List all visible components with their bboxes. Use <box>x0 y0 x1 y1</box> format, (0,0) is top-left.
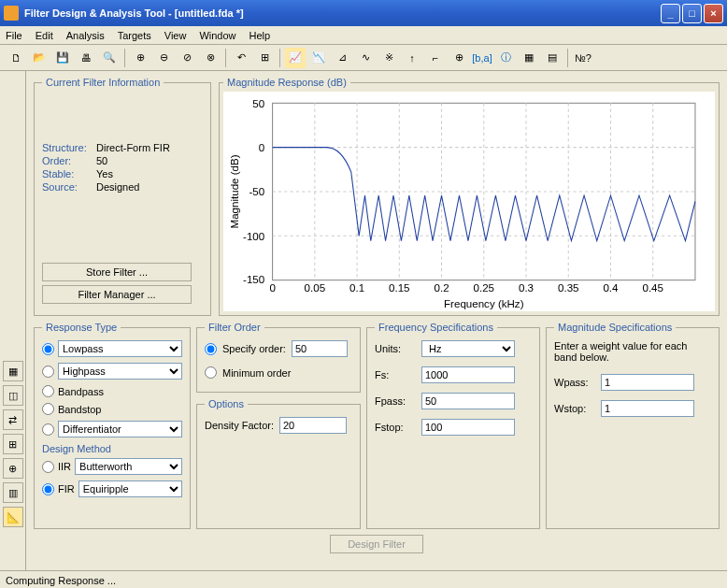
coef-icon[interactable]: [b,a] <box>472 48 492 68</box>
svg-text:0.1: 0.1 <box>349 282 364 294</box>
menu-window[interactable]: Window <box>199 30 235 41</box>
filter-spec-icon[interactable]: ⊞ <box>254 48 275 68</box>
iir-radio[interactable] <box>42 461 54 473</box>
source-label: Source: <box>42 181 96 193</box>
menu-file[interactable]: File <box>6 30 22 41</box>
minimize-button[interactable]: _ <box>661 4 680 23</box>
lowpass-radio[interactable] <box>42 343 54 355</box>
fstop-input[interactable] <box>421 419 515 436</box>
zoom-in-icon[interactable]: ⊕ <box>130 48 150 68</box>
statusbar: Computing Response ... <box>0 570 727 588</box>
highpass-radio[interactable] <box>42 366 54 378</box>
titlebar: Filter Design & Analysis Tool - [untitle… <box>0 0 727 26</box>
fir-label: FIR <box>58 483 75 495</box>
menu-analysis[interactable]: Analysis <box>66 30 105 41</box>
store-filter-button[interactable]: Store Filter ... <box>42 263 192 281</box>
filter-info-legend: Current Filter Information <box>42 77 164 88</box>
lowpass-select[interactable]: Lowpass <box>58 340 182 357</box>
mag-response-legend: Magnitude Response (dB) <box>223 77 350 88</box>
bandstop-label: Bandstop <box>58 404 101 415</box>
iir-label: IIR <box>58 461 71 472</box>
design-filter-button[interactable]: Design Filter <box>330 535 423 553</box>
filter-manager-button[interactable]: Filter Manager ... <box>42 285 192 304</box>
svg-text:0.45: 0.45 <box>642 282 663 294</box>
bandstop-radio[interactable] <box>42 403 54 415</box>
menu-targets[interactable]: Targets <box>118 30 151 41</box>
units-select[interactable]: Hz <box>421 340 515 357</box>
fir-select[interactable]: Equiripple <box>78 480 182 497</box>
side-btn-2[interactable]: ◫ <box>3 385 23 406</box>
specify-order-radio[interactable] <box>205 343 217 355</box>
minimum-order-radio[interactable] <box>205 366 217 379</box>
side-btn-7[interactable]: 📐 <box>3 507 23 527</box>
side-btn-1[interactable]: ▦ <box>3 361 23 381</box>
differentiator-select[interactable]: Differentiator <box>58 421 182 437</box>
save-icon[interactable]: 💾 <box>52 48 73 68</box>
print-icon[interactable]: 🖶 <box>76 48 96 68</box>
open-icon[interactable]: 📂 <box>29 48 50 68</box>
differentiator-radio[interactable] <box>42 423 54 436</box>
undo-icon[interactable]: ↶ <box>231 48 251 68</box>
new-icon[interactable]: 🗋 <box>6 48 26 68</box>
help-icon[interactable]: №? <box>573 48 593 68</box>
wstop-input[interactable] <box>601 400 694 417</box>
zoom-out-icon[interactable]: ⊖ <box>153 48 174 68</box>
response-type-panel: Response Type Lowpass Highpass Bandpass … <box>34 322 191 529</box>
noise-icon[interactable]: ▦ <box>519 48 539 68</box>
phasedelay-icon[interactable]: ※ <box>378 48 399 68</box>
fpass-input[interactable] <box>421 393 515 409</box>
side-btn-5[interactable]: ⊕ <box>3 458 23 479</box>
magnitude-response-panel: Magnitude Response (dB) <box>219 77 720 316</box>
fs-label: Fs: <box>375 369 421 380</box>
svg-text:0.3: 0.3 <box>519 282 534 294</box>
fpass-label: Fpass: <box>375 395 421 407</box>
mag-spec-legend: Magnitude Specifications <box>554 322 676 333</box>
options-panel: Options Density Factor: <box>196 398 361 529</box>
bandpass-label: Bandpass <box>58 386 104 397</box>
side-btn-4[interactable]: ⊞ <box>3 434 23 454</box>
highpass-select[interactable]: Highpass <box>58 363 182 380</box>
units-label: Units: <box>375 343 421 354</box>
svg-text:0.15: 0.15 <box>389 282 410 294</box>
magnitude-spec-panel: Magnitude Specifications Enter a weight … <box>546 322 720 529</box>
svg-text:0.05: 0.05 <box>305 282 326 294</box>
menu-edit[interactable]: Edit <box>36 30 53 41</box>
response-type-legend: Response Type <box>42 322 121 333</box>
status-text: Computing Response ... <box>6 575 116 586</box>
svg-text:50: 50 <box>252 98 264 109</box>
zoom-reset-icon[interactable]: ⊗ <box>200 48 221 68</box>
density-factor-input[interactable] <box>279 417 347 434</box>
phase-resp-icon[interactable]: 📉 <box>308 48 329 68</box>
maximize-button[interactable]: □ <box>682 4 702 23</box>
svg-text:Magnitude (dB): Magnitude (dB) <box>229 154 240 228</box>
step-icon[interactable]: ⌐ <box>425 48 446 68</box>
menu-help[interactable]: Help <box>249 30 271 41</box>
close-button[interactable]: × <box>704 4 723 23</box>
impulse-icon[interactable]: ↑ <box>402 48 422 68</box>
menubar: File Edit Analysis Targets View Window H… <box>0 26 727 45</box>
menu-view[interactable]: View <box>164 30 187 41</box>
bandpass-radio[interactable] <box>42 385 54 397</box>
density-factor-label: Density Factor: <box>205 420 274 431</box>
svg-text:0.35: 0.35 <box>558 282 579 294</box>
wpass-input[interactable] <box>601 374 694 391</box>
preview-icon[interactable]: 🔍 <box>99 48 120 68</box>
svg-text:-100: -100 <box>243 231 264 242</box>
groupdelay-icon[interactable]: ∿ <box>355 48 376 68</box>
zoom-x-icon[interactable]: ⊘ <box>177 48 197 68</box>
polezero-icon[interactable]: ⊕ <box>449 48 469 68</box>
numeric-icon[interactable]: ▤ <box>542 48 563 68</box>
side-btn-6[interactable]: ▥ <box>3 482 23 503</box>
freq-spec-legend: Frequency Specifications <box>375 322 497 333</box>
specify-order-label: Specify order: <box>222 343 286 354</box>
mag-resp-icon[interactable]: 📈 <box>285 48 306 68</box>
magphase-icon[interactable]: ⊿ <box>332 48 352 68</box>
iir-select[interactable]: Butterworth <box>75 458 182 475</box>
source-value: Designed <box>96 181 139 193</box>
specify-order-input[interactable] <box>292 340 348 357</box>
info-icon[interactable]: ⓘ <box>495 48 516 68</box>
side-btn-3[interactable]: ⇄ <box>3 409 23 430</box>
fir-radio[interactable] <box>42 483 54 495</box>
fs-input[interactable] <box>421 366 515 383</box>
toolbar: 🗋 📂 💾 🖶 🔍 ⊕ ⊖ ⊘ ⊗ ↶ ⊞ 📈 📉 ⊿ ∿ ※ ↑ ⌐ ⊕ [b… <box>0 45 727 71</box>
